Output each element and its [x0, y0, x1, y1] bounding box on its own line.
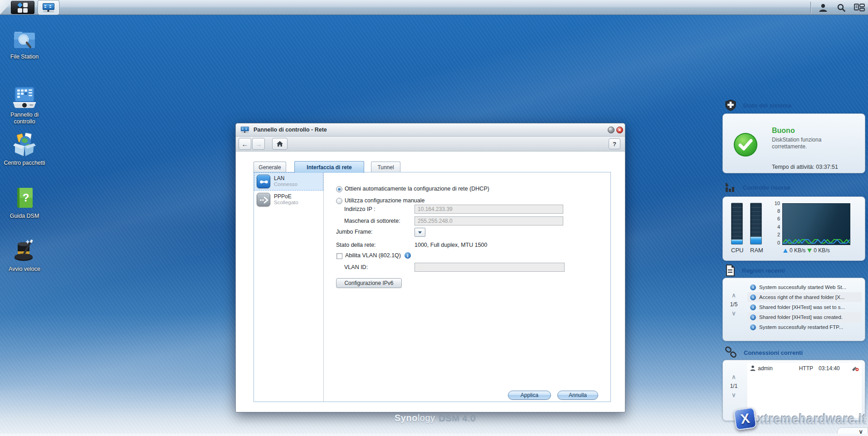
vlan-id-label: VLAN ID:: [344, 264, 368, 270]
cancel-button-label: Annulla: [569, 392, 587, 398]
taskbar-divider: [810, 2, 811, 14]
tab-interfaccia-di-rete[interactable]: Interfaccia di rete: [294, 161, 364, 173]
manual-config-radio[interactable]: [336, 198, 342, 204]
tab-label: Interfaccia di rete: [307, 164, 351, 171]
info-icon[interactable]: i: [405, 252, 411, 259]
health-ok-icon: [733, 132, 758, 157]
link-icon: [725, 346, 737, 359]
close-button[interactable]: ✕: [616, 127, 623, 133]
minimize-button[interactable]: [608, 127, 614, 133]
system-health-panel: Buono DiskStation funziona correttamente…: [722, 113, 865, 173]
interface-name: LAN: [274, 175, 284, 181]
ytick: 2: [772, 232, 780, 237]
interface-row-pppoe[interactable]: PPPoE Scollegato: [254, 191, 323, 209]
ipv6-config-button[interactable]: Configurazione IPv6: [336, 278, 402, 288]
tab-label: Tunnel: [377, 164, 394, 171]
log-row: i System successfully started Web St...: [747, 282, 862, 292]
main-menu-button[interactable]: [11, 1, 34, 14]
ipv6-config-button-label: Configurazione IPv6: [344, 280, 393, 286]
ram-meter: [750, 203, 762, 245]
desktop-icon-quick-launch[interactable]: Avvio veloce: [4, 238, 45, 273]
resource-monitor-header: Controllo risorse: [725, 182, 790, 193]
tab-tunnel[interactable]: Tunnel: [371, 162, 400, 172]
log-document-icon: [725, 265, 736, 276]
ram-meter-fill: [751, 237, 761, 244]
svg-text:?: ?: [23, 191, 29, 204]
vlan-checkbox[interactable]: [336, 253, 342, 259]
logs-pager: ∧ 1/5 ∨: [725, 292, 743, 317]
vlan-id-input[interactable]: [414, 263, 565, 272]
user-icon[interactable]: [817, 2, 829, 14]
download-value: 0 KB/s: [814, 247, 829, 254]
cpu-meter: [731, 203, 743, 245]
ytick: 8: [772, 208, 780, 214]
taskbar: [0, 0, 868, 15]
user-icon: [750, 365, 756, 371]
tab-label: Generale: [258, 164, 281, 171]
network-graph: [782, 203, 850, 245]
apply-button[interactable]: Applica: [508, 391, 551, 400]
pilot-view-icon[interactable]: [853, 2, 865, 14]
lan-icon: [257, 175, 270, 188]
interface-row-lan[interactable]: LAN Connesso: [254, 172, 323, 191]
desktop-icon-control-panel[interactable]: Pannello di controllo: [4, 83, 45, 125]
subnet-input[interactable]: [414, 216, 563, 225]
logs-pager-up[interactable]: ∧: [725, 292, 743, 299]
ytick: 4: [772, 224, 780, 230]
log-row: i Shared folder [XHTest] was created.: [747, 312, 862, 322]
cpu-label: CPU: [731, 247, 743, 254]
desktop-icon-label: Pannello di controllo: [4, 112, 45, 125]
jumbo-frame-dropdown[interactable]: [414, 228, 425, 237]
brand-bold: Syno: [395, 413, 418, 423]
jumbo-frame-label: Jumbo Frame:: [336, 229, 373, 235]
window-toolbar: ← → ?: [236, 137, 625, 152]
connections-pager-down[interactable]: ∨: [725, 392, 743, 398]
connection-protocol: HTTP: [799, 365, 813, 372]
xtremehardware-watermark: X xtremehardware.it: [735, 408, 867, 429]
ytick: 6: [772, 216, 780, 221]
dhcp-radio[interactable]: [336, 186, 342, 192]
connections-pager-num: 1/1: [725, 383, 743, 389]
bar-chart-icon: [725, 182, 736, 193]
download-arrow-icon: [807, 249, 812, 253]
taskbar-control-panel-button[interactable]: [38, 0, 59, 15]
desktop-icon-dsm-help[interactable]: ? Guida DSM: [4, 185, 45, 220]
shield-icon: [725, 99, 736, 111]
search-icon[interactable]: [835, 2, 847, 14]
apps-grid-icon: [18, 3, 28, 13]
ip-label: Indirizzo IP :: [344, 206, 375, 212]
dsm-help-icon: ?: [4, 185, 45, 210]
logs-pager-down[interactable]: ∨: [725, 310, 743, 317]
cancel-button[interactable]: Annulla: [557, 391, 598, 400]
upload-value: 0 KB/s: [790, 247, 805, 254]
log-text: Shared folder [XHTest] was created.: [759, 314, 843, 320]
forward-button[interactable]: →: [252, 138, 265, 150]
brand-version: DSM 4.0: [439, 413, 476, 423]
ip-input[interactable]: [414, 205, 563, 214]
network-interface-panel: LAN Connesso PPPoE Scollegato Ottieni au…: [254, 172, 611, 402]
back-button[interactable]: ←: [239, 138, 251, 150]
network-status-value: 1000, Full duplex, MTU 1500: [414, 242, 488, 248]
ytick: 10: [772, 201, 780, 206]
log-text: Shared folder [XHTest] was set to s...: [759, 304, 845, 310]
upload-arrow-icon: [783, 249, 788, 253]
window-titlebar[interactable]: Pannello di controllo - Rete ✕: [236, 123, 625, 137]
log-row: i Shared folder [XHTest] was set to s...: [747, 302, 862, 312]
network-throughput: 0 KB/s 0 KB/s: [783, 247, 830, 254]
desktop-icon-file-station[interactable]: File Station: [4, 25, 45, 60]
bottom-strip: [0, 434, 868, 436]
desktop-icon-package-center[interactable]: Centro pacchetti: [4, 132, 45, 167]
home-button[interactable]: [272, 138, 288, 150]
current-connections-title: Connessioni correnti: [744, 349, 803, 356]
log-row: i System successfully restarted FTP...: [747, 322, 862, 332]
recent-logs-header: Registri recenti: [725, 265, 785, 276]
disconnect-icon[interactable]: [852, 365, 859, 372]
synology-dsm-watermark: SynologyDSM 4.0: [395, 413, 476, 423]
current-connections-header: Connessioni correnti: [725, 346, 803, 359]
control-panel-window: Pannello di controllo - Rete ✕ ← → ? Gen…: [235, 123, 625, 412]
control-panel-icon: [4, 83, 45, 109]
tab-generale[interactable]: Generale: [254, 162, 286, 172]
connections-pager-up[interactable]: ∧: [725, 374, 743, 380]
help-button[interactable]: ?: [609, 138, 620, 149]
vlan-checkbox-label: Abilita VLAN (802.1Q): [345, 252, 401, 259]
